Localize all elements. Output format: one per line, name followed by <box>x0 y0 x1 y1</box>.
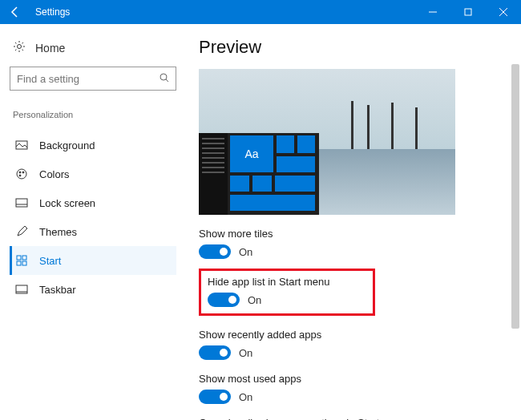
option-label: Hide app list in Start menu <box>208 276 366 288</box>
search-input[interactable] <box>17 73 160 85</box>
svg-point-5 <box>160 74 167 80</box>
taskbar-icon <box>15 283 28 296</box>
svg-point-9 <box>19 172 21 173</box>
sidebar-item-colors[interactable]: Colors <box>10 160 176 188</box>
svg-point-4 <box>18 45 22 49</box>
minimize-icon <box>429 8 437 16</box>
lockscreen-icon <box>15 196 28 209</box>
start-icon <box>15 254 28 267</box>
content-pane: Preview Aa Show more tiles On <box>186 24 521 420</box>
sidebar-item-start[interactable]: Start <box>10 246 176 275</box>
sidebar-item-lockscreen[interactable]: Lock screen <box>10 188 176 217</box>
sidebar-item-themes[interactable]: Themes <box>10 217 176 246</box>
svg-rect-15 <box>22 256 26 260</box>
toggle-most-used[interactable] <box>199 390 231 404</box>
start-panel-mock: Aa <box>199 133 319 215</box>
option-label: Show more tiles <box>199 228 502 240</box>
toggle-state: On <box>248 294 261 306</box>
option-suggestions: Occasionally show suggestions in Start O… <box>199 417 502 420</box>
sidebar-item-label: Start <box>39 255 61 267</box>
svg-point-10 <box>22 172 24 173</box>
search-icon <box>160 71 169 86</box>
sidebar: Home Personalization Background Colors L… <box>0 24 186 420</box>
close-icon <box>499 8 507 16</box>
svg-point-8 <box>17 169 26 179</box>
sidebar-item-label: Lock screen <box>39 197 95 209</box>
svg-line-6 <box>166 79 168 82</box>
window-controls <box>415 0 521 24</box>
sidebar-item-label: Taskbar <box>39 284 76 296</box>
svg-rect-17 <box>22 261 26 265</box>
maximize-icon <box>464 8 472 16</box>
toggle-state: On <box>239 246 252 258</box>
picture-icon <box>15 139 28 151</box>
back-button[interactable] <box>0 0 30 24</box>
palette-icon <box>15 168 28 180</box>
brush-icon <box>15 225 28 238</box>
minimize-button[interactable] <box>415 0 450 24</box>
section-label: Personalization <box>10 110 176 119</box>
sidebar-item-background[interactable]: Background <box>10 131 176 160</box>
option-most-used: Show most used apps On <box>199 373 502 404</box>
svg-point-11 <box>19 175 21 176</box>
arrow-left-icon <box>9 6 22 18</box>
option-label: Occasionally show suggestions in Start <box>199 417 502 420</box>
svg-rect-1 <box>465 9 471 15</box>
option-show-more-tiles: Show more tiles On <box>199 228 502 259</box>
scrollbar-thumb[interactable] <box>511 64 519 329</box>
start-preview-image: Aa <box>199 69 455 215</box>
option-recently-added: Show recently added apps On <box>199 329 502 360</box>
home-nav[interactable]: Home <box>10 35 176 67</box>
toggle-state: On <box>239 347 252 359</box>
svg-rect-12 <box>16 199 27 207</box>
sidebar-item-label: Colors <box>39 168 70 180</box>
toggle-hide-app-list[interactable] <box>208 293 240 307</box>
sidebar-item-label: Background <box>39 139 95 151</box>
window-title: Settings <box>30 6 415 18</box>
svg-rect-14 <box>17 256 21 260</box>
toggle-state: On <box>239 391 252 403</box>
highlighted-option: Hide app list in Start menu On <box>199 269 375 316</box>
maximize-button[interactable] <box>450 0 486 24</box>
sidebar-item-label: Themes <box>39 226 77 238</box>
preview-tile-text: Aa <box>229 135 274 173</box>
option-label: Show most used apps <box>199 373 502 385</box>
toggle-show-more-tiles[interactable] <box>199 244 231 259</box>
sidebar-item-taskbar[interactable]: Taskbar <box>10 275 176 304</box>
svg-rect-16 <box>17 261 21 265</box>
close-button[interactable] <box>486 0 521 24</box>
titlebar: Settings <box>0 0 521 24</box>
gear-icon <box>13 40 26 55</box>
option-label: Show recently added apps <box>199 329 502 341</box>
search-box[interactable] <box>10 67 176 91</box>
home-label: Home <box>35 42 65 55</box>
toggle-recently-added[interactable] <box>199 345 231 360</box>
page-title: Preview <box>199 37 502 58</box>
